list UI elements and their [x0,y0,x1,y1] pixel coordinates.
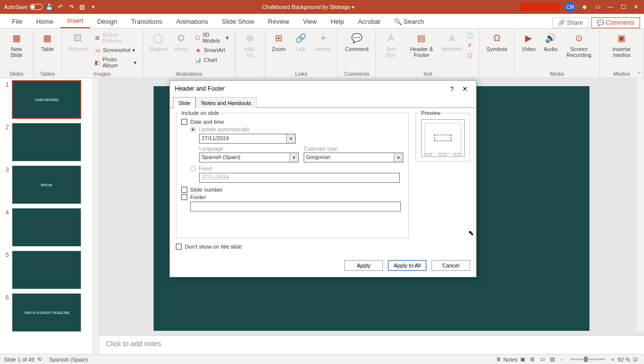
symbols-button[interactable]: ΩSymbols [483,31,510,53]
tab-view[interactable]: View [296,15,324,28]
object-button[interactable]: ▢ [464,51,475,59]
slide-number-checkbox[interactable] [181,187,187,193]
thumb-4[interactable] [12,208,81,247]
pictures-button[interactable]: 🖼Pictures [66,31,90,53]
link-button[interactable]: 🔗Link [291,31,311,53]
tab-animations[interactable]: Animations [169,15,215,28]
tab-slideshow[interactable]: Slide Show [215,15,261,28]
autosave-toggle[interactable]: AutoSave [4,4,43,10]
ribbon-display-icon[interactable]: ▭ [593,3,601,11]
tab-home[interactable]: Home [29,15,60,28]
notes-input[interactable]: Click to add notes [99,335,644,354]
fit-window-icon[interactable]: ⊡ [630,356,640,363]
thumb-1[interactable]: CHALKBOARD [12,80,81,119]
dialog-tab-slide[interactable]: Slide [173,97,196,108]
zoom-out-icon[interactable]: − [557,357,567,363]
apply-button[interactable]: Apply [344,260,383,271]
chart-button[interactable]: 📊Chart [193,55,231,64]
wordart-button[interactable]: 𝐀WordArt [441,31,462,53]
redo-icon[interactable]: ↷ [67,3,75,11]
icons-button[interactable]: ✪Icons [171,31,191,53]
tab-acrobat[interactable]: Acrobat [351,15,387,28]
addins-button[interactable]: ⊕Add- ins [239,31,261,59]
date-format-combo[interactable]: 27/11/2019▼ [199,134,296,144]
apply-all-button[interactable]: Apply to All [388,260,427,271]
slide-number-label: Slide number [190,187,222,193]
dont-show-label: Don't show on title slide [185,244,242,250]
search-button[interactable]: 🔍 Search [387,15,431,28]
face-icon[interactable]: ☻ [581,3,589,11]
thumb-6[interactable]: THIS IS A GREAT HEADLINE [12,293,81,332]
tab-transitions[interactable]: Transitions [124,15,169,28]
thumbs-scrollbar[interactable] [92,78,99,354]
dialog-close-icon[interactable]: ✕ [458,85,471,93]
dialog-tab-notes[interactable]: Notes and Handouts [196,97,256,108]
language-combo[interactable]: Spanish (Spain)▼ [199,153,299,162]
footer-input[interactable] [190,202,401,211]
screenshot-button[interactable]: ▭Screenshot ▾ [92,46,139,54]
calendar-combo[interactable]: Gregorian▼ [304,153,403,162]
textbox-button[interactable]: AText Box [380,31,401,59]
view-normal-icon[interactable]: ▣ [518,356,528,363]
collapse-ribbon-icon[interactable]: ⌃ [637,71,641,77]
user-avatar[interactable]: CM [565,1,576,12]
share-button[interactable]: 🔗 Share [552,17,588,28]
tab-insert[interactable]: Insert [60,14,91,28]
thumb-2[interactable] [12,123,81,161]
close-icon[interactable]: ✕ [632,3,640,11]
slideshow-start-icon[interactable]: ▧ [78,3,86,11]
zoom-button[interactable]: ⊞Zoom [269,31,289,53]
group-tables: Tables [38,71,57,77]
notes-toggle[interactable]: ≣ [493,356,503,363]
insertar-medios-button[interactable]: ▣Insertar medios [604,31,640,59]
shapes-button[interactable]: ◯Shapes [147,31,169,53]
update-auto-radio[interactable] [190,127,196,132]
zoom-slider[interactable] [570,359,605,360]
online-pictures-button[interactable]: ⊞Online Pictures [92,31,139,45]
undo-icon[interactable]: ↶ [56,3,64,11]
fixed-date-input[interactable]: 27/11/2019 [199,173,400,183]
header-footer-button[interactable]: ▤Header & Footer [404,31,440,59]
view-slideshow-icon[interactable]: ▧ [547,356,557,363]
dialog-help-icon[interactable]: ? [445,85,458,93]
status-language[interactable]: Spanish (Spain) [49,357,88,363]
comments-button[interactable]: 💬 Comments [591,17,640,28]
cancel-button[interactable]: Cancel [431,260,470,271]
zoom-level[interactable]: 92 % [618,357,630,363]
editor-scrollbar[interactable] [637,78,644,332]
tab-help[interactable]: Help [324,15,351,28]
screen-recording-button[interactable]: ⊙Screen Recording [562,31,595,59]
view-reading-icon[interactable]: ▭ [537,356,547,363]
audio-button[interactable]: 🔊Audio [540,31,560,53]
action-button[interactable]: ✦Action [313,31,334,53]
new-slide-button[interactable]: ▦New Slide [4,31,29,59]
zoom-in-icon[interactable]: + [608,357,618,363]
thumb-3[interactable]: WHOA! [12,165,81,204]
slide-number-button[interactable]: # [464,41,475,50]
fixed-radio[interactable] [190,166,196,171]
smartart-button[interactable]: ◈SmartArt [193,46,231,54]
include-legend: Include on slide [179,110,221,116]
3d-models-button[interactable]: ⬡3D Models ▾ [193,31,231,45]
table-button[interactable]: ▦Table [38,31,57,53]
thumb-5[interactable] [12,251,81,289]
date-time-button[interactable]: 🕐 [464,31,475,40]
tab-design[interactable]: Design [90,15,124,28]
dont-show-checkbox[interactable] [176,244,182,250]
photo-album-button[interactable]: ◧Photo Album ▾ [92,55,139,69]
notes-label[interactable]: Notes [503,357,518,363]
maximize-icon[interactable]: ☐ [619,3,627,11]
view-sorter-icon[interactable]: ⊞ [528,356,537,363]
date-time-checkbox[interactable] [181,119,187,125]
video-button[interactable]: ▶Video [519,31,538,53]
account-area[interactable] [520,2,560,11]
minimize-icon[interactable]: — [606,3,614,11]
date-time-label: Date and time [190,119,224,125]
tab-review[interactable]: Review [261,15,296,28]
accessibility-icon[interactable]: ⟲ [34,356,44,363]
footer-checkbox[interactable] [181,194,187,200]
tab-file[interactable]: File [5,15,29,28]
comment-button[interactable]: 💬Comment [342,31,372,53]
qat-more-icon[interactable]: ▾ [89,3,97,11]
save-icon[interactable]: 💾 [46,3,54,11]
